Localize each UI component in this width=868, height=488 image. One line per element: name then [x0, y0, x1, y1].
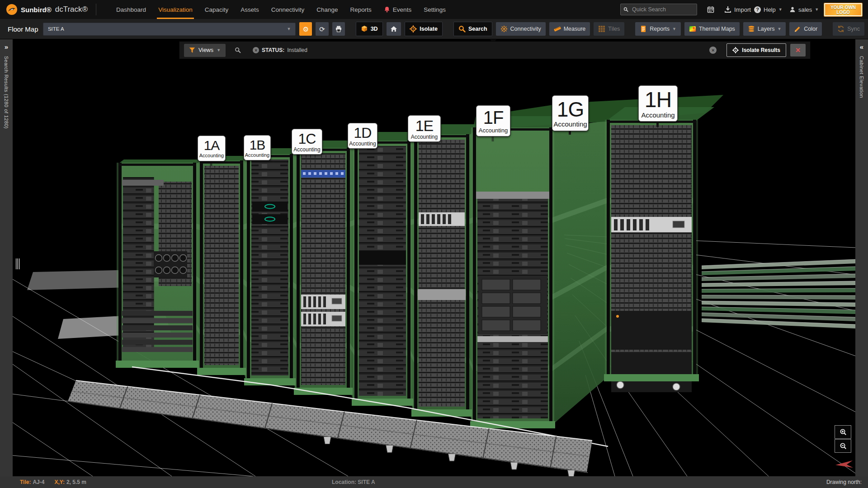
close-icon: ×: [796, 46, 801, 54]
xy-readout: X,Y:2, 5.5 m: [54, 479, 86, 485]
cabinet-label-1C[interactable]: 1CAccounting: [292, 129, 322, 155]
clear-search-icon[interactable]: ×: [709, 47, 717, 54]
nav-item-connectivity[interactable]: Connectivity: [271, 0, 305, 19]
nav-item-dashboard[interactable]: Dashboard: [116, 0, 146, 19]
cabinet-label-1A[interactable]: 1AAccounting: [198, 136, 226, 161]
cabinet-group: Accounting: [292, 147, 322, 152]
zoom-out-button[interactable]: [835, 439, 851, 453]
page-title: Floor Map: [8, 25, 43, 33]
nav-item-change[interactable]: Change: [316, 0, 338, 19]
views-dropdown-button[interactable]: Views ▼: [184, 44, 226, 57]
cabinet-id: 1F: [476, 108, 510, 127]
cabinet-group: Accounting: [244, 153, 270, 158]
color-button[interactable]: Color: [789, 22, 822, 36]
location-readout: Location: SITE A: [332, 479, 375, 485]
cabinet-id: 1H: [639, 89, 677, 111]
reports-dropdown-button[interactable]: Reports ▼: [635, 22, 681, 36]
cabinet-id: 1E: [408, 118, 440, 133]
cabinet-group: Accounting: [348, 141, 377, 146]
cabinet-group: Accounting: [552, 121, 588, 127]
main-menu: Dashboard Visualization Capacity Assets …: [116, 0, 458, 19]
remove-filter-icon[interactable]: ×: [253, 47, 259, 53]
cabinet-id: 1C: [292, 131, 322, 146]
expand-panel-icon[interactable]: «: [860, 43, 863, 51]
cabinet-group: Accounting: [476, 127, 510, 133]
close-search-button[interactable]: ×: [790, 44, 806, 56]
cabinet-label-1F[interactable]: 1FAccounting: [476, 105, 510, 136]
connectivity-button[interactable]: Connectivity: [496, 22, 546, 36]
cabinet-group: Accounting: [198, 153, 225, 158]
nav-item-settings[interactable]: Settings: [424, 0, 446, 19]
document-icon: [640, 25, 647, 33]
refresh-icon: ⟳: [319, 26, 325, 33]
status-bar: Tile:AJ-4 X,Y:2, 5.5 m Location: SITE A …: [0, 476, 868, 488]
nav-item-events[interactable]: Events: [384, 0, 411, 19]
cabinet-label-1D[interactable]: 1DAccounting: [348, 123, 377, 149]
brand-logo[interactable]: Sunbird® dcTrack®: [0, 0, 96, 19]
cube-3d-icon: [361, 25, 368, 33]
chevron-down-icon: ▼: [672, 27, 676, 31]
cabinet-id: 1B: [244, 138, 270, 152]
nav-item-reports[interactable]: Reports: [350, 0, 372, 19]
search-icon: [623, 6, 628, 13]
calendar-button[interactable]: [707, 0, 714, 19]
cabinet-label-1G[interactable]: 1GAccounting: [552, 95, 589, 131]
refresh-button[interactable]: ⟳: [316, 22, 328, 36]
site-selector[interactable]: SITE A ▼: [43, 23, 296, 36]
search-filter-bar: Views ▼ × STATUS: Installed × Isolate Re…: [179, 41, 811, 59]
magnifier-icon: [458, 25, 466, 33]
help-menu[interactable]: ? Help ▼: [754, 0, 783, 19]
chevron-down-icon: ▼: [217, 48, 221, 52]
custom-logo-badge[interactable]: YOUR OWN LOGO: [824, 3, 863, 17]
isolate-results-button[interactable]: Isolate Results: [726, 43, 786, 57]
expand-panel-icon[interactable]: »: [5, 43, 8, 51]
cabinet-id: 1D: [348, 126, 377, 140]
button-3d[interactable]: 3D: [356, 22, 383, 36]
chevron-down-icon: ▼: [778, 7, 783, 12]
sync-icon: [837, 25, 844, 33]
filter-value: Installed: [287, 47, 307, 53]
tiles-button[interactable]: Tiles: [594, 22, 624, 36]
import-button[interactable]: Import: [724, 0, 751, 19]
user-menu[interactable]: sales ▼: [789, 0, 819, 19]
calendar-icon: [707, 6, 714, 13]
nav-item-capacity[interactable]: Capacity: [205, 0, 229, 19]
brand-product: dcTrack®: [55, 5, 88, 14]
zoom-in-button[interactable]: [835, 425, 851, 439]
brand-name: Sunbird®: [21, 6, 52, 14]
target-icon: [410, 25, 417, 33]
isolate-button[interactable]: Isolate: [405, 22, 443, 36]
grid-icon: [598, 25, 605, 33]
zoom-in-icon: [840, 428, 847, 436]
chevron-down-icon: ▼: [777, 27, 781, 31]
ruler-icon: [554, 25, 561, 33]
filter-chip-status: × STATUS: Installed: [253, 47, 307, 53]
search-button[interactable]: Search: [453, 22, 492, 36]
nav-item-visualization[interactable]: Visualization: [158, 0, 193, 19]
bell-icon: [384, 6, 390, 13]
top-navigation: Sunbird® dcTrack® Dashboard Visualizatio…: [0, 0, 868, 19]
cabinet-label-1H[interactable]: 1HAccounting: [638, 85, 678, 122]
zoom-controls: [835, 425, 851, 453]
cabinet-label-1B[interactable]: 1BAccounting: [244, 135, 271, 160]
quick-search-box: [620, 4, 697, 15]
search-icon: [235, 47, 241, 53]
filter-field: STATUS:: [262, 47, 284, 53]
drawing-north-label: Drawing north:: [826, 479, 862, 485]
cabinet-elevation-panel-collapsed: « Cabinet Elevation: [855, 39, 868, 476]
quick-search-input[interactable]: [631, 6, 694, 13]
sync-button[interactable]: Sync: [833, 22, 864, 36]
settings-gear-button[interactable]: ⚙: [299, 22, 312, 36]
cabinet-id: 1G: [552, 99, 588, 120]
print-button[interactable]: [332, 22, 345, 36]
layers-dropdown-button[interactable]: Layers ▼: [743, 22, 786, 36]
thermal-maps-button[interactable]: Thermal Maps: [684, 22, 740, 36]
nav-item-assets[interactable]: Assets: [241, 0, 259, 19]
measure-button[interactable]: Measure: [549, 22, 590, 36]
search-results-panel-title: Search Results (1280 of 1280): [4, 56, 9, 129]
cabinet-label-1E[interactable]: 1EAccounting: [408, 115, 441, 142]
user-icon: [789, 6, 796, 13]
home-button[interactable]: [387, 22, 401, 36]
sunbird-logo-icon: [6, 4, 18, 15]
floor-map-3d-viewport[interactable]: [0, 0, 868, 488]
